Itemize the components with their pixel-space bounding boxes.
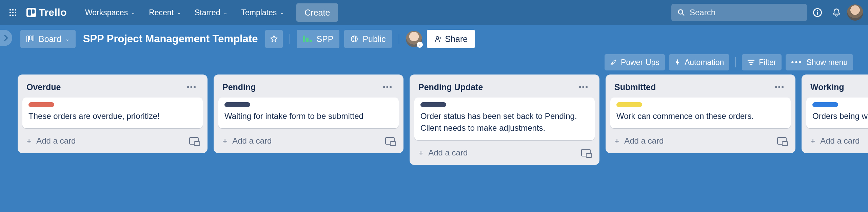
- add-card-button[interactable]: +Add a card: [414, 144, 595, 162]
- card-template-icon[interactable]: [189, 137, 199, 145]
- list-menu-icon[interactable]: •••: [577, 81, 591, 93]
- nav-starred[interactable]: Starred⌄: [189, 4, 234, 21]
- add-card-button[interactable]: +Add a card: [610, 132, 791, 150]
- board-member-avatar[interactable]: »: [406, 31, 422, 47]
- card-text: Work can commence on these orders.: [616, 110, 785, 122]
- list-title[interactable]: Submitted: [614, 82, 656, 92]
- nav-templates[interactable]: Templates⌄: [235, 4, 290, 21]
- card-label[interactable]: [28, 102, 54, 107]
- svg-rect-14: [27, 36, 28, 42]
- list-header: Overdue•••: [22, 79, 203, 98]
- list: Pending•••Waiting for intake form to be …: [214, 75, 403, 153]
- add-card-label: Add a card: [232, 136, 272, 146]
- card-text: These orders are overdue, prioritize!: [28, 110, 197, 122]
- add-card-button[interactable]: +Add a card: [22, 132, 203, 150]
- list: Working•••Orders being worked on.+Add a …: [802, 75, 868, 153]
- board-header-wrap: Board ⌄ SPP Project Management Template …: [0, 25, 868, 73]
- plus-icon: +: [26, 136, 32, 146]
- divider: [399, 34, 399, 44]
- user-avatar[interactable]: [847, 4, 863, 21]
- card-label[interactable]: [812, 102, 838, 107]
- plus-icon: +: [614, 136, 619, 146]
- trello-logo[interactable]: Trello: [23, 4, 70, 21]
- nav-label: Starred: [195, 8, 220, 17]
- app-switcher-icon[interactable]: [5, 4, 21, 21]
- plus-icon: +: [418, 148, 423, 158]
- card-text: Order status has been set back to Pendin…: [420, 110, 589, 134]
- view-label: Board: [39, 34, 61, 44]
- nav-recent[interactable]: Recent⌄: [143, 4, 187, 21]
- star-icon: [270, 35, 278, 43]
- notifications-icon[interactable]: [828, 4, 845, 21]
- chevron-down-icon: ⌄: [65, 36, 70, 42]
- svg-point-2: [15, 9, 16, 10]
- list-header: Working•••: [806, 79, 868, 98]
- svg-point-8: [15, 15, 16, 16]
- card-label[interactable]: [224, 102, 250, 107]
- card[interactable]: These orders are overdue, prioritize!: [22, 98, 203, 128]
- card-label[interactable]: [420, 102, 446, 107]
- card[interactable]: Waiting for intake form to be submitted: [218, 98, 399, 128]
- list-title[interactable]: Pending Update: [418, 82, 483, 92]
- list-menu-icon[interactable]: •••: [381, 81, 395, 93]
- card[interactable]: Orders being worked on.: [806, 98, 868, 128]
- card-text: Waiting for intake form to be submitted: [224, 110, 393, 122]
- board-title[interactable]: SPP Project Management Template: [80, 33, 261, 45]
- show-menu-button[interactable]: ••• Show menu: [786, 54, 853, 70]
- list-title[interactable]: Pending: [222, 82, 256, 92]
- person-add-icon: [434, 35, 442, 43]
- card-label[interactable]: [616, 102, 642, 107]
- card[interactable]: Work can commence on these orders.: [610, 98, 791, 128]
- visibility-button[interactable]: Public: [344, 30, 392, 48]
- card-template-icon[interactable]: [581, 149, 591, 156]
- search-input[interactable]: [690, 8, 801, 17]
- svg-point-1: [12, 9, 14, 10]
- svg-point-12: [817, 10, 818, 12]
- card-template-icon[interactable]: [777, 137, 787, 145]
- view-switcher[interactable]: Board ⌄: [20, 30, 76, 48]
- add-card-label: Add a card: [36, 136, 76, 146]
- list-title[interactable]: Overdue: [26, 82, 61, 92]
- trello-mark-icon: [26, 8, 36, 17]
- board-icon: [26, 36, 35, 42]
- admin-badge-icon: »: [417, 42, 423, 48]
- card[interactable]: Order status has been set back to Pendin…: [414, 98, 595, 140]
- star-button[interactable]: [265, 30, 283, 48]
- filter-icon: [747, 59, 755, 65]
- info-icon[interactable]: [809, 4, 826, 21]
- logo-text: Trello: [39, 7, 67, 18]
- svg-point-6: [9, 15, 11, 16]
- create-button[interactable]: Create: [296, 3, 338, 22]
- add-card-button[interactable]: +Add a card: [806, 132, 868, 150]
- svg-point-3: [9, 12, 11, 13]
- nav-workspaces[interactable]: Workspaces⌄: [79, 4, 141, 21]
- workspace-button[interactable]: SPP: [297, 30, 339, 48]
- search-icon: [677, 9, 685, 16]
- globe-icon: [350, 35, 358, 43]
- share-button[interactable]: Share: [427, 30, 475, 48]
- add-card-button[interactable]: +Add a card: [218, 132, 399, 150]
- list-menu-icon[interactable]: •••: [773, 81, 787, 93]
- list: Pending Update•••Order status has been s…: [410, 75, 599, 165]
- powerups-button[interactable]: Power-Ups: [605, 54, 665, 70]
- filter-button[interactable]: Filter: [742, 54, 782, 70]
- chevron-down-icon: ⌄: [177, 10, 181, 15]
- svg-rect-15: [29, 36, 31, 40]
- bolt-icon: [674, 59, 680, 66]
- card-template-icon[interactable]: [385, 137, 395, 145]
- list-title[interactable]: Working: [810, 82, 844, 92]
- add-card-label: Add a card: [428, 148, 468, 157]
- board-canvas[interactable]: Overdue•••These orders are overdue, prio…: [0, 73, 868, 165]
- list-header: Submitted•••: [610, 79, 791, 98]
- list-menu-icon[interactable]: •••: [185, 81, 199, 93]
- search-box[interactable]: [671, 4, 807, 21]
- divider: [290, 34, 290, 44]
- automation-button[interactable]: Automation: [669, 54, 729, 70]
- list: Submitted•••Work can commence on these o…: [606, 75, 795, 153]
- automation-label: Automation: [685, 58, 724, 67]
- board-header: Board ⌄ SPP Project Management Template …: [0, 25, 868, 73]
- rocket-icon: [610, 59, 617, 66]
- powerups-label: Power-Ups: [621, 58, 659, 67]
- nav-label: Workspaces: [85, 8, 128, 17]
- list-header: Pending•••: [218, 79, 399, 98]
